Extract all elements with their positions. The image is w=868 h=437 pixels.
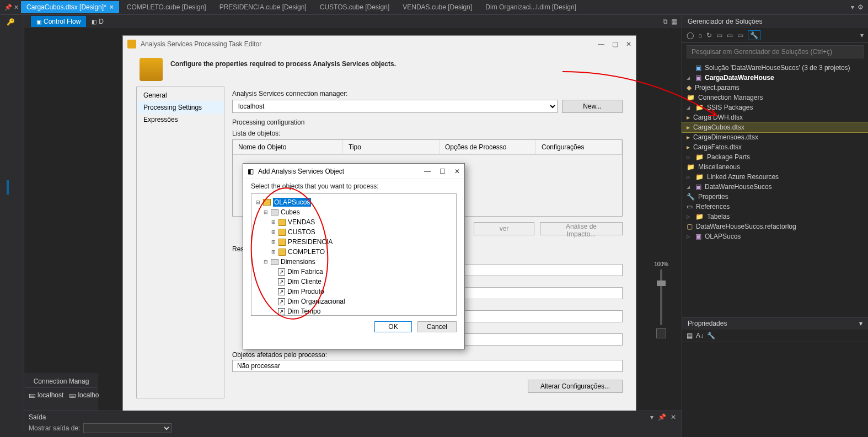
expander-icon[interactable]: ▷ bbox=[687, 214, 692, 219]
expander-icon[interactable]: ◢ bbox=[687, 105, 692, 110]
layout-icon[interactable]: ⧉ bbox=[663, 18, 668, 25]
project-olap[interactable]: OLAPSucos bbox=[705, 233, 741, 240]
expander-icon[interactable]: ◢ bbox=[687, 75, 692, 80]
dropdown-icon[interactable]: ▾ bbox=[860, 31, 864, 39]
expander-icon[interactable]: ▷ bbox=[687, 155, 692, 160]
tab-completo[interactable]: COMPLETO.cube [Design] bbox=[121, 1, 212, 13]
pin-icon[interactable]: 📌 bbox=[658, 413, 666, 421]
close-icon[interactable]: ✕ bbox=[454, 168, 460, 175]
tree-item[interactable]: Linked Azure Resources bbox=[707, 173, 779, 181]
side-general[interactable]: General bbox=[137, 89, 224, 101]
expander-icon[interactable]: ▷ bbox=[687, 234, 692, 239]
tree-cubes-folder[interactable]: Cubes bbox=[281, 208, 300, 217]
home-icon[interactable]: ⌂ bbox=[698, 31, 702, 39]
solution-search[interactable]: Pesquisar em Gerenciador de Soluções (Ct… bbox=[687, 45, 864, 58]
tree-item[interactable]: Properties bbox=[698, 193, 728, 201]
ok-button[interactable]: OK bbox=[374, 321, 411, 332]
expander-icon[interactable]: ⊞ bbox=[270, 238, 276, 246]
expander-icon[interactable]: ⊞ bbox=[270, 247, 276, 256]
cancel-button[interactable]: Cancel bbox=[417, 321, 457, 332]
pin-icon[interactable]: 📌 ✕ bbox=[4, 4, 19, 11]
tree-cube[interactable]: CUSTOS bbox=[288, 228, 315, 236]
tab-custos[interactable]: CUSTOS.cube [Design] bbox=[314, 1, 395, 13]
expander-icon[interactable]: ⊞ bbox=[270, 228, 276, 236]
col-type[interactable]: Tipo bbox=[343, 140, 440, 154]
tree-dim[interactable]: Dim Cliente bbox=[287, 277, 322, 286]
alter-button[interactable]: Alterar Configurações... bbox=[528, 380, 623, 393]
new-button[interactable]: New... bbox=[562, 100, 623, 113]
object-tree[interactable]: ⊟OLAPSucos ⊟Cubes ⊞VENDAS ⊞CUSTOS ⊞PRESI… bbox=[251, 193, 457, 316]
tree-package-cargacubos[interactable]: CargaCubos.dtsx bbox=[693, 123, 744, 131]
tree-dim[interactable]: Dim Produto bbox=[287, 287, 324, 296]
tree-package[interactable]: CargaDimensoes.dtsx bbox=[693, 133, 758, 141]
tree-item[interactable]: Package Parts bbox=[707, 153, 750, 161]
tree-dim[interactable]: Dim Organizacional bbox=[287, 297, 345, 306]
side-expressions[interactable]: Expressões bbox=[137, 114, 224, 126]
maximize-icon[interactable]: ▢ bbox=[612, 40, 618, 48]
zoom-slider[interactable]: 100% bbox=[652, 261, 671, 338]
minimize-icon[interactable]: — bbox=[424, 168, 431, 175]
tool-icon[interactable]: ▭ bbox=[737, 31, 743, 39]
subtab-data[interactable]: ◧D bbox=[86, 16, 109, 27]
tab-presidencia[interactable]: PRESIDENCIA.cube [Design] bbox=[214, 1, 312, 13]
wrench-icon[interactable]: 🔧 bbox=[748, 30, 760, 40]
tree-item[interactable]: References bbox=[696, 203, 730, 211]
close-icon[interactable]: × bbox=[110, 3, 114, 11]
maximize-icon[interactable]: ☐ bbox=[440, 168, 446, 175]
tree-item[interactable]: DataWareHouseSucos.refactorlog bbox=[696, 223, 796, 230]
tab-active[interactable]: CargaCubos.dtsx [Design]*× bbox=[21, 1, 119, 13]
zoom-thumb[interactable] bbox=[657, 280, 666, 286]
tab-dim-org[interactable]: Dim Organizaci...l.dim [Design] bbox=[480, 1, 582, 13]
minimize-icon[interactable]: — bbox=[598, 40, 604, 48]
tree-cube[interactable]: PRESIDENCIA bbox=[288, 238, 333, 246]
project-dw[interactable]: DataWareHouseSucos bbox=[705, 183, 772, 191]
close-icon[interactable]: ✕ bbox=[626, 40, 631, 48]
conn-item[interactable]: 🖴localhost bbox=[29, 391, 63, 399]
col-name[interactable]: Nome do Objeto bbox=[233, 140, 343, 154]
col-options[interactable]: Opções de Processo bbox=[440, 140, 536, 154]
conn-select[interactable]: localhost bbox=[232, 100, 558, 113]
tree-dim[interactable]: Dim Fabrica bbox=[287, 267, 323, 276]
back-icon[interactable]: ◯ bbox=[687, 31, 694, 39]
tree-cube[interactable]: COMPLETO bbox=[288, 247, 325, 256]
expander-icon[interactable]: ⊟ bbox=[255, 198, 261, 207]
overflow-icon[interactable]: ▾ bbox=[851, 3, 854, 11]
dropdown-icon[interactable]: ▾ bbox=[859, 320, 862, 327]
wrench-icon[interactable]: 🔧 bbox=[707, 332, 715, 339]
expander-icon[interactable]: ⊟ bbox=[262, 257, 269, 266]
project-carga[interactable]: CargaDataWareHouse bbox=[705, 74, 774, 82]
tree-item[interactable]: Tabelas bbox=[707, 213, 730, 220]
tree-dim-folder[interactable]: Dimensions bbox=[281, 257, 315, 266]
sync-icon[interactable]: ↻ bbox=[706, 31, 712, 39]
solution-tree[interactable]: ▣Solução 'DataWareHouseSucos' (3 de 3 pr… bbox=[682, 61, 868, 244]
expander-icon[interactable]: ⊟ bbox=[262, 208, 269, 217]
conn-item[interactable]: 🖴localho bbox=[69, 391, 99, 399]
dropdown-icon[interactable]: ▾ bbox=[650, 413, 653, 421]
key-icon[interactable]: 🔑 bbox=[7, 18, 18, 29]
grid-icon[interactable]: ▦ bbox=[671, 18, 677, 25]
tree-root[interactable]: OLAPSucos bbox=[273, 198, 311, 207]
tree-dim[interactable]: Dim Tempo bbox=[287, 307, 320, 316]
expander-icon[interactable]: ⊞ bbox=[270, 218, 276, 226]
solution-root[interactable]: Solução 'DataWareHouseSucos' (3 de 3 pro… bbox=[705, 64, 850, 72]
subtab-control-flow[interactable]: ▣Control Flow bbox=[31, 16, 86, 27]
expander-icon[interactable]: ▷ bbox=[687, 175, 692, 180]
tree-item[interactable]: Connection Managers bbox=[698, 94, 763, 101]
categorized-icon[interactable]: ▤ bbox=[687, 332, 693, 339]
tab-vendas[interactable]: VENDAS.cube [Design] bbox=[397, 1, 478, 13]
affected-input[interactable]: Não processar bbox=[232, 360, 623, 372]
tree-item[interactable]: Miscellaneous bbox=[698, 163, 740, 171]
output-source-select[interactable] bbox=[83, 423, 172, 433]
tree-package[interactable]: Carga DWH.dtsx bbox=[693, 114, 743, 121]
tree-ssis-packages[interactable]: SSIS Packages bbox=[707, 104, 753, 111]
tool-icon[interactable]: ▭ bbox=[727, 31, 733, 39]
col-config[interactable]: Configurações bbox=[536, 140, 622, 154]
expander-icon[interactable]: ◢ bbox=[687, 185, 692, 190]
tree-item[interactable]: Project.params bbox=[695, 84, 740, 91]
tool-icon[interactable]: ▭ bbox=[716, 31, 722, 39]
alphabetical-icon[interactable]: A↓ bbox=[696, 332, 704, 339]
close-icon[interactable]: ✕ bbox=[671, 413, 676, 421]
tree-cube[interactable]: VENDAS bbox=[288, 218, 315, 226]
side-processing-settings[interactable]: Processing Settings bbox=[137, 101, 224, 114]
gear-icon[interactable]: ⚙ bbox=[858, 3, 864, 11]
